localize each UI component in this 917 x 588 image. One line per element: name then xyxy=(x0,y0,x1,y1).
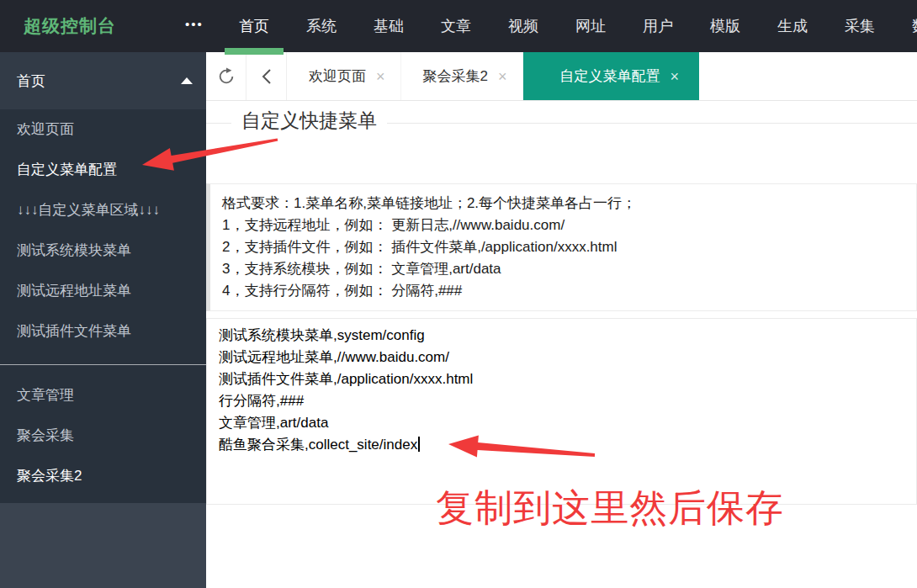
sidebar-item-custom-menu-zone[interactable]: ↓↓↓自定义菜单区域↓↓↓ xyxy=(0,190,206,230)
close-icon[interactable]: × xyxy=(498,69,507,84)
app-logo[interactable]: 超级控制台 xyxy=(24,0,116,52)
nav-item-generate[interactable]: 生成 xyxy=(759,0,826,52)
sidebar-item-juhui-collect2[interactable]: 聚会采集2 xyxy=(0,456,206,496)
textarea-line: 酷鱼聚合采集,collect_site/index xyxy=(219,437,417,453)
nav-item-video[interactable]: 视频 xyxy=(490,0,557,52)
nav-item-home[interactable]: 首页 xyxy=(220,0,288,52)
refresh-button[interactable] xyxy=(206,52,246,100)
format-instructions: 格式要求：1.菜单名称,菜单链接地址；2.每个快捷菜单各占一行； 1，支持远程地… xyxy=(206,183,917,311)
tab-custom-menu-config[interactable]: 自定义菜单配置 × xyxy=(523,52,700,100)
tab-label: 欢迎页面 xyxy=(309,66,366,86)
sidebar-item-custom-menu-config[interactable]: 自定义菜单配置 xyxy=(0,150,206,190)
annotation-copy-save: 复制到这里然后保存 xyxy=(436,483,784,533)
tab-bar: 欢迎页面 × 聚会采集2 × 自定义菜单配置 × xyxy=(206,52,917,101)
chevron-left-icon xyxy=(261,67,273,86)
sidebar-menu: 欢迎页面 自定义菜单配置 ↓↓↓自定义菜单区域↓↓↓ 测试系统模块菜单 测试远程… xyxy=(0,109,206,503)
tab-label: 自定义菜单配置 xyxy=(560,66,660,86)
top-header: 超级控制台 ••• 首页 系统 基础 文章 视频 网址 用户 模版 生成 采集 … xyxy=(0,0,917,52)
collapse-arrow-icon xyxy=(181,77,193,84)
textarea-last-line: 酷鱼聚合采集,collect_site/index xyxy=(219,434,904,456)
tab-welcome[interactable]: 欢迎页面 × xyxy=(287,52,401,100)
textarea-line: 行分隔符,### xyxy=(219,390,904,412)
textarea-line: 测试插件文件菜单,/application/xxxx.html xyxy=(219,368,904,390)
sidebar-item-test-plugin-file[interactable]: 测试插件文件菜单 xyxy=(0,311,206,352)
instruction-line: 1，支持远程地址，例如： 更新日志,//www.baidu.com/ xyxy=(222,215,904,236)
close-icon[interactable]: × xyxy=(671,69,680,84)
nav-item-template[interactable]: 模版 xyxy=(692,0,759,52)
sidebar-group-title: 首页 xyxy=(17,72,45,91)
nav-item-collect[interactable]: 采集 xyxy=(826,0,893,52)
more-icon[interactable]: ••• xyxy=(185,0,204,52)
instruction-line: 4，支持行分隔符，例如： 分隔符,### xyxy=(222,280,904,302)
nav-item-url[interactable]: 网址 xyxy=(557,0,624,52)
back-button[interactable] xyxy=(246,52,287,100)
nav-item-system[interactable]: 系统 xyxy=(288,0,355,52)
top-nav: 首页 系统 基础 文章 视频 网址 用户 模版 生成 采集 数据 xyxy=(220,0,917,52)
close-icon[interactable]: × xyxy=(376,69,385,84)
text-cursor xyxy=(418,437,420,452)
tab-juhui-collect2[interactable]: 聚会采集2 × xyxy=(401,52,523,100)
sidebar-item-test-remote-url[interactable]: 测试远程地址菜单 xyxy=(0,271,206,311)
refresh-icon xyxy=(217,67,236,86)
instruction-line: 2，支持插件文件，例如： 插件文件菜单,/application/xxxx.ht… xyxy=(222,236,904,258)
sidebar: 首页 欢迎页面 自定义菜单配置 ↓↓↓自定义菜单区域↓↓↓ 测试系统模块菜单 测… xyxy=(0,52,206,588)
sidebar-group-home[interactable]: 首页 xyxy=(0,52,206,109)
textarea-line: 文章管理,art/data xyxy=(219,412,904,434)
sidebar-item-article-manage[interactable]: 文章管理 xyxy=(0,375,206,416)
menu-config-textarea[interactable]: 测试系统模块菜单,system/config 测试远程地址菜单,//www.ba… xyxy=(206,318,917,505)
instruction-line: 格式要求：1.菜单名称,菜单链接地址；2.每个快捷菜单各占一行； xyxy=(222,193,904,215)
textarea-line: 测试远程地址菜单,//www.baidu.com/ xyxy=(219,347,904,368)
instruction-line: 3，支持系统模块，例如： 文章管理,art/data xyxy=(222,258,904,280)
sidebar-item-test-system-module[interactable]: 测试系统模块菜单 xyxy=(0,230,206,271)
sidebar-item-welcome[interactable]: 欢迎页面 xyxy=(0,109,206,150)
page-title: 自定义快捷菜单 xyxy=(231,108,387,134)
tab-label: 聚会采集2 xyxy=(423,66,488,86)
nav-item-article[interactable]: 文章 xyxy=(422,0,490,52)
menu-divider xyxy=(0,364,206,365)
sidebar-item-juhui-collect[interactable]: 聚会采集 xyxy=(0,416,206,456)
nav-item-data[interactable]: 数据 xyxy=(893,0,917,52)
nav-item-user[interactable]: 用户 xyxy=(624,0,692,52)
nav-item-basic[interactable]: 基础 xyxy=(355,0,422,52)
textarea-line: 测试系统模块菜单,system/config xyxy=(219,325,904,347)
